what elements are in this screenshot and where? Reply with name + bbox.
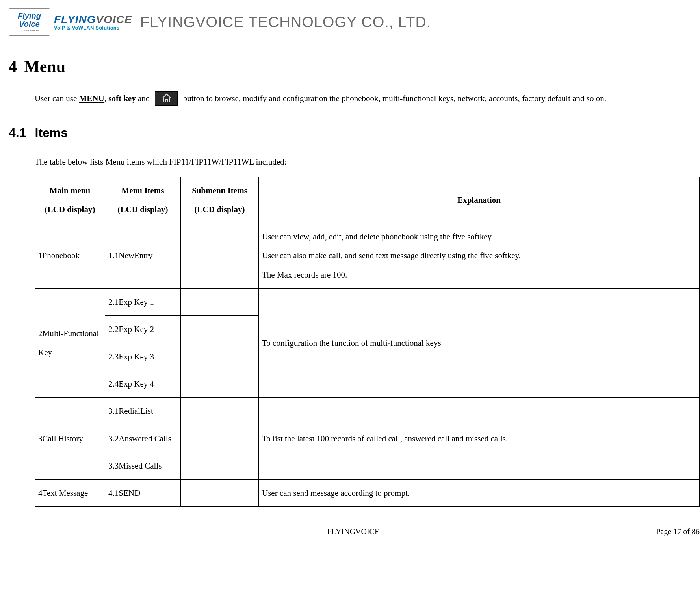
cell-exp: User can view, add, edit, and delete pho…	[259, 223, 700, 289]
intro-menu-word: MENU	[79, 94, 104, 103]
cell-item: 2.2Exp Key 2	[105, 316, 181, 343]
cell-exp: User can send message according to promp…	[259, 480, 700, 507]
logo-mark-sub: Voice Over IP	[20, 29, 39, 32]
cell-sub	[181, 343, 259, 370]
home-button-icon	[155, 91, 178, 106]
cell-sub	[181, 316, 259, 343]
menu-items-table: Main menu (LCD display) Menu Items (LCD …	[35, 177, 700, 507]
cell-sub	[181, 480, 259, 507]
cell-exp-l3: The Max records are 100.	[262, 265, 696, 284]
cell-item: 4.1SEND	[105, 480, 181, 507]
logo-wordmark: FLYINGVOICE VoIP & VoWLAN Solutions	[54, 14, 132, 31]
th-main-menu: Main menu (LCD display)	[35, 177, 105, 223]
heading-4-num: 4	[9, 57, 17, 76]
cell-main: 4Text Message	[35, 480, 105, 507]
cell-item: 3.1RedialList	[105, 398, 181, 425]
cell-item: 3.2Answered Calls	[105, 425, 181, 452]
logo-mark-top: Flying	[18, 12, 41, 20]
intro-prefix: User can use	[35, 94, 79, 103]
cell-item: 2.1Exp Key 1	[105, 289, 181, 316]
heading-4-1-num: 4.1	[9, 126, 26, 140]
logo-word-fly: FLYING	[54, 13, 96, 26]
table-row: 2Multi-Functional Key 2.1Exp Key 1 To co…	[35, 289, 700, 316]
logo-mark: Flying Voice Voice Over IP	[9, 8, 50, 36]
table-header-row: Main menu (LCD display) Menu Items (LCD …	[35, 177, 700, 223]
footer-center: FLYINGVOICE	[327, 524, 379, 539]
cell-sub	[181, 398, 259, 425]
th-menu-items: Menu Items (LCD display)	[105, 177, 181, 223]
cell-sub	[181, 370, 259, 397]
intro-suffix: button to browse, modify and configurati…	[181, 94, 606, 103]
logo-mark-bot: Voice	[19, 20, 40, 28]
th-submenu-l1: Submenu Items	[184, 181, 255, 200]
cell-item: 2.4Exp Key 4	[105, 370, 181, 397]
heading-4-title: Menu	[24, 57, 65, 76]
intro-sep1: ,	[104, 94, 109, 103]
cell-sub	[181, 425, 259, 452]
table-row: 4Text Message 4.1SEND User can send mess…	[35, 480, 700, 507]
cell-item: 2.3Exp Key 3	[105, 343, 181, 370]
cell-main: 3Call History	[35, 398, 105, 480]
heading-4: 4Menu	[9, 51, 692, 83]
logo-word-sub: VoIP & VoWLAN Solutions	[54, 25, 132, 31]
cell-exp: To configuration the function of multi-f…	[259, 289, 700, 398]
th-menu-items-l1: Menu Items	[108, 181, 177, 200]
th-explanation: Explanation	[259, 177, 700, 223]
cell-main: 1Phonebook	[35, 223, 105, 289]
cell-exp: To list the latest 100 records of called…	[259, 398, 700, 480]
th-main-menu-l1: Main menu	[38, 181, 102, 200]
cell-item: 3.3Missed Calls	[105, 452, 181, 479]
cell-exp-l2: User can also make call, and send text m…	[262, 246, 696, 265]
th-menu-items-l2: (LCD display)	[108, 200, 177, 219]
company-name: FLYINGVOICE TECHNOLOGY CO., LTD.	[140, 8, 431, 36]
th-main-menu-l2: (LCD display)	[38, 200, 102, 219]
cell-sub	[181, 289, 259, 316]
th-submenu-l2: (LCD display)	[184, 200, 255, 219]
heading-4-1: 4.1Items	[9, 121, 692, 145]
th-submenu: Submenu Items (LCD display)	[181, 177, 259, 223]
logo-word-voice: VOICE	[96, 13, 132, 26]
cell-item: 1.1NewEntry	[105, 223, 181, 289]
page-header: Flying Voice Voice Over IP FLYINGVOICE V…	[9, 8, 692, 36]
table-row: 1Phonebook 1.1NewEntry User can view, ad…	[35, 223, 700, 289]
page-footer: FLYINGVOICE Page 17 of 86	[35, 524, 700, 534]
cell-sub	[181, 452, 259, 479]
heading-4-1-title: Items	[35, 126, 68, 140]
cell-main: 2Multi-Functional Key	[35, 289, 105, 398]
cell-exp-l1: User can view, add, edit, and delete pho…	[262, 227, 696, 246]
items-intro: The table below lists Menu items which F…	[35, 152, 692, 172]
intro-paragraph: User can use MENU, soft key and button t…	[35, 89, 692, 108]
logo-block: Flying Voice Voice Over IP FLYINGVOICE V…	[9, 8, 132, 36]
footer-page-number: Page 17 of 86	[656, 524, 700, 539]
table-row: 3Call History 3.1RedialList To list the …	[35, 398, 700, 425]
cell-sub	[181, 223, 259, 289]
intro-softkey-word: soft key	[108, 94, 136, 103]
intro-sep2: and	[136, 94, 152, 103]
